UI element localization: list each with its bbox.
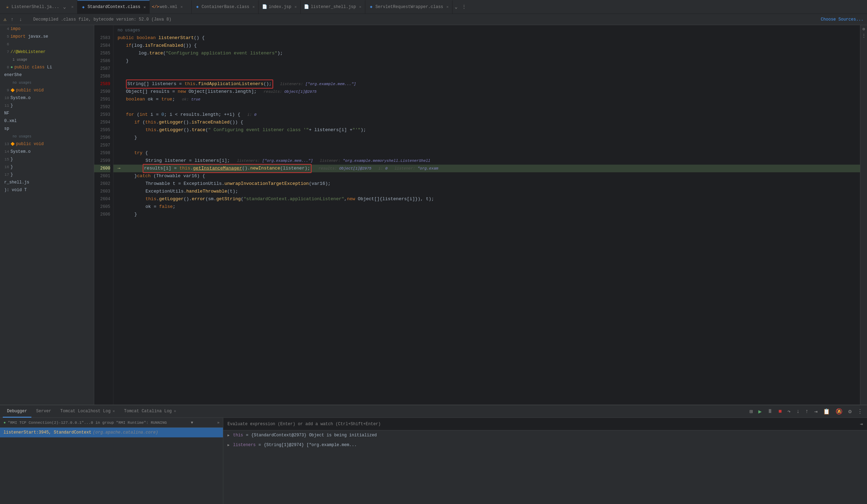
tab-servlet-request-wrapper[interactable]: ◈ ServletRequestWrapper.class ✕ bbox=[365, 0, 453, 14]
tab-listener-shell-jsp[interactable]: 📄 listener_shell.jsp ✕ bbox=[301, 0, 365, 14]
sidebar-code: enerShe bbox=[4, 73, 22, 77]
tomcat-catalina-tab[interactable]: Tomcat Catalina Log ✕ bbox=[120, 406, 180, 418]
more-icon[interactable]: ⋮ bbox=[862, 33, 866, 38]
settings-dbg-icon[interactable]: ⚙ bbox=[847, 407, 853, 416]
var-results: results bbox=[150, 88, 170, 96]
code-listeners-i: listeners[i]; bbox=[194, 157, 230, 165]
step-into-icon[interactable]: ↓ bbox=[795, 408, 801, 415]
variable-this[interactable]: ▶ this = {StandardContext@2973} Object i… bbox=[223, 430, 867, 440]
more-dbg-icon[interactable]: ⋮ bbox=[856, 407, 864, 416]
var-t: t bbox=[173, 180, 175, 188]
tab-dropdown-icon[interactable]: ⌄ bbox=[61, 4, 68, 10]
fn-getlogger: getLogger bbox=[159, 119, 183, 126]
brace-try: { bbox=[145, 149, 148, 157]
kw-for: for bbox=[126, 111, 134, 119]
callstack-item-listener-start[interactable]: listenerStart:3945, StandardContext (org… bbox=[0, 428, 223, 437]
keyword-public: public bbox=[118, 34, 134, 42]
ln-2583: 2583 bbox=[94, 34, 110, 42]
tab-close-button[interactable]: ✕ bbox=[71, 5, 74, 9]
ln-2600: 2600 bbox=[94, 165, 110, 172]
mute-icon[interactable]: 🔕 bbox=[834, 407, 844, 416]
nav-up-icon[interactable]: ↑ bbox=[9, 16, 15, 23]
tab-listener-shell[interactable]: ☕ ListenerShell.ja... ⌄ ✕ bbox=[1, 0, 77, 14]
code-line-2603: ExceptionUtils.handleThrowable(t); bbox=[113, 188, 860, 195]
jsp-file-icon2: 📄 bbox=[304, 5, 309, 9]
fn-trace2: trace bbox=[149, 50, 163, 57]
stack-method-label: listenerStart:3945, StandardContext bbox=[3, 430, 91, 435]
run-to-cursor-icon[interactable]: ⇥ bbox=[813, 407, 819, 416]
code-line-2585: log. trace ( "Configuring application ev… bbox=[113, 50, 860, 57]
tab-close-button[interactable]: ✕ bbox=[253, 5, 255, 9]
ln-2605: 2605 bbox=[94, 203, 110, 211]
tomcat-catalina-close[interactable]: ✕ bbox=[174, 409, 176, 413]
ln-2599: 2599 bbox=[94, 157, 110, 165]
type-throwable2: Throwable bbox=[145, 180, 170, 188]
restore-layout-icon[interactable]: ⊞ bbox=[748, 407, 754, 416]
tab-scroll-down-icon[interactable]: ⌄ bbox=[453, 4, 459, 10]
nav-down-icon[interactable]: ↓ bbox=[18, 16, 23, 23]
code-line-2605: ok = false; bbox=[113, 203, 860, 211]
code-line-2588 bbox=[113, 73, 860, 80]
server-tab[interactable]: Server bbox=[32, 406, 55, 418]
sidebar-code: public void bbox=[16, 88, 44, 93]
tomcat-localhost-tab[interactable]: Tomcat Localhost Log ✕ bbox=[56, 406, 119, 418]
eval-bar-placeholder[interactable]: Evaluate expression (Enter) or add a wat… bbox=[227, 422, 860, 427]
app-window: ☕ ListenerShell.ja... ⌄ ✕ ◈ StandardCont… bbox=[0, 0, 867, 504]
debugger-tab[interactable]: Debugger bbox=[3, 406, 31, 418]
variable-listeners[interactable]: ▶ listeners = {String[1]@2974} ["org.exa… bbox=[223, 440, 867, 450]
tab-close-button[interactable]: ✕ bbox=[143, 5, 146, 9]
choose-sources-button[interactable]: Choose Sources... bbox=[821, 17, 864, 22]
code-paren: ( bbox=[163, 50, 166, 57]
kw-int: int bbox=[140, 111, 148, 119]
ln-2586: 2586 bbox=[94, 57, 110, 65]
tab-close-button[interactable]: ✕ bbox=[446, 5, 449, 9]
resume-icon[interactable]: ▶ bbox=[757, 407, 763, 416]
eval-expand-icon[interactable]: ⇥ bbox=[860, 421, 863, 427]
java-file-icon: ☕ bbox=[5, 5, 10, 9]
evaluate-icon[interactable]: 📋 bbox=[822, 407, 831, 416]
fn-handle: handleThrowable bbox=[186, 188, 227, 195]
expand-icon[interactable]: » bbox=[217, 421, 219, 425]
var-i: i bbox=[150, 111, 153, 119]
tab-label: listener_shell.jsp bbox=[311, 5, 356, 9]
tab-index-jsp[interactable]: 📄 index.jsp ✕ bbox=[259, 0, 300, 14]
stack-pkg-label: (org.apache.catalina.core) bbox=[93, 430, 158, 435]
tomcat-localhost-close[interactable]: ✕ bbox=[113, 409, 115, 413]
sidebar-code: } bbox=[10, 165, 13, 170]
ln-2593: 2593 bbox=[94, 111, 110, 119]
kw-new2: new bbox=[347, 195, 355, 203]
tomcat-catalina-label: Tomcat Catalina Log bbox=[124, 409, 172, 414]
tab-bar: ☕ ListenerShell.ja... ⌄ ✕ ◈ StandardCont… bbox=[0, 0, 867, 14]
tab-more-icon[interactable]: ⋮ bbox=[459, 4, 469, 10]
code-text-log: log. bbox=[139, 50, 149, 57]
code-line-2599: String listener = listeners[i]; listener… bbox=[113, 157, 860, 165]
code-line-2601: } catch (Throwable var16) { bbox=[113, 172, 860, 180]
tab-close-button[interactable]: ✕ bbox=[359, 5, 361, 9]
stop-icon[interactable]: ■ bbox=[777, 408, 783, 415]
filter-icon[interactable]: ▼ bbox=[191, 421, 193, 425]
var-ok2: ok bbox=[145, 203, 151, 211]
fn-trace3: trace bbox=[192, 126, 205, 134]
ln-2595: 2595 bbox=[94, 126, 110, 134]
code-line-2598: try { bbox=[113, 149, 860, 157]
debug-hint-results2: results: Object[1]@2975 i: 0 listener: "… bbox=[319, 165, 438, 172]
line-number: 17 bbox=[3, 173, 9, 177]
tab-container-base[interactable]: ◈ ContainerBase.class ✕ bbox=[192, 0, 259, 14]
code-text: (log. bbox=[132, 42, 145, 50]
yellow-icon-2: 🔶 bbox=[10, 142, 15, 146]
code-close: ); bbox=[277, 50, 283, 57]
tab-standard-context[interactable]: ◈ StandardContext.class ✕ bbox=[77, 0, 150, 14]
tab-label: ContainerBase.class bbox=[202, 5, 249, 9]
pause-icon[interactable]: ⏸ bbox=[766, 407, 774, 415]
code-line-2606: } bbox=[113, 211, 860, 218]
tab-close-button[interactable]: ✕ bbox=[180, 5, 183, 9]
sidebar-line-10: 10 System.o bbox=[0, 94, 94, 102]
fn-getlogger3: getLogger bbox=[159, 195, 184, 203]
ln-2598: 2598 bbox=[94, 149, 110, 157]
tab-web-xml[interactable]: ≺/≻ web.xml ✕ bbox=[150, 0, 192, 14]
main-layout: 4 impo 5 import javax.se 6 7 //@WebListe… bbox=[0, 25, 867, 405]
step-out-icon[interactable]: ↑ bbox=[804, 408, 810, 415]
settings-icon[interactable]: ⚙ bbox=[862, 27, 865, 32]
step-over-icon[interactable]: ↷ bbox=[786, 407, 792, 416]
tab-close-button[interactable]: ✕ bbox=[294, 5, 297, 9]
